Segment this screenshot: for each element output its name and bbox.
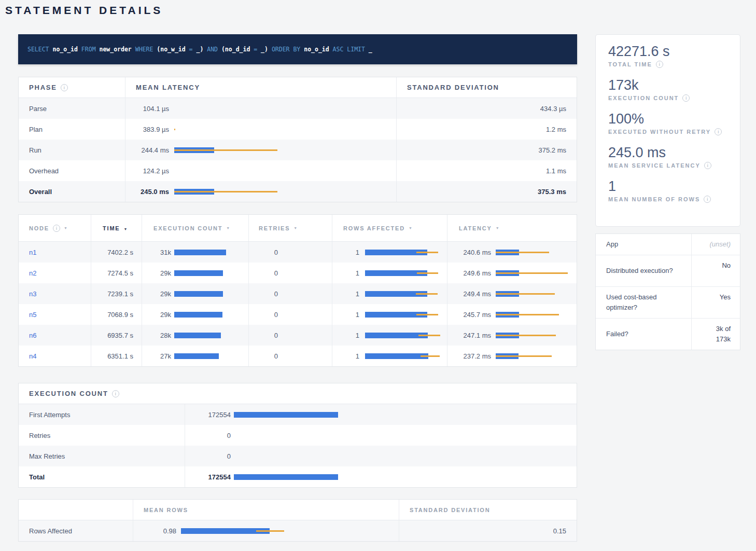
latency-bar [496, 333, 577, 338]
info-icon[interactable]: i [682, 94, 690, 102]
node-link[interactable]: n6 [19, 332, 36, 339]
attribute-row: Distributed execution? No [596, 255, 740, 286]
table-row: Run 244.4 ms 375.2 ms [19, 140, 577, 160]
sort-arrow-icon: ▼ [123, 227, 128, 231]
sql-identifier: _ [369, 46, 372, 53]
table-row: n6 6935.7 s 28k 0 1 247.1 ms [19, 325, 577, 346]
info-icon[interactable]: i [112, 390, 119, 397]
info-icon[interactable]: i [53, 225, 60, 232]
latency-header-cell[interactable]: LATENCY▼ [447, 215, 577, 241]
phase-label: Plan [19, 126, 43, 133]
stat-value: 245.0 ms [608, 144, 727, 161]
attribute-value: 3k of 173k [705, 324, 731, 344]
rows-affected-header-label: ROWS AFFECTED [332, 225, 405, 231]
std-dev-header-label: STANDARD DEVIATION [397, 84, 499, 91]
phase-label: Run [19, 146, 41, 154]
sql-identifier: no_o_id [304, 46, 332, 53]
table-row-overall: Overall 245.0 ms 375.3 ms [19, 181, 577, 202]
std-dev-header-cell: STANDARD DEVIATION [396, 77, 577, 98]
info-icon[interactable]: i [61, 84, 68, 91]
retries-value: 0 [249, 249, 278, 256]
execution-count-title: EXECUTION COUNT [19, 390, 108, 397]
latency-value: 245.7 ms [447, 311, 491, 319]
stat-label: MEAN NUMBER OF ROWS [608, 196, 700, 202]
sql-identifier: _) [196, 46, 207, 53]
stat-value: 1 [608, 178, 727, 195]
std-dev-value: 375.2 ms [539, 146, 566, 154]
sort-arrow-icon: ▼ [226, 226, 230, 230]
mean-latency-value: 383.9 µs [125, 126, 169, 133]
sql-keyword: LIMIT [347, 46, 369, 53]
sql-statement-box: SELECT no_o_id FROM new_order WHERE (no_… [18, 34, 577, 64]
sql-keyword: AND [207, 46, 221, 53]
node-link[interactable]: n3 [19, 290, 36, 298]
execution-count-value: 27k [142, 352, 171, 360]
count-bar [234, 453, 577, 459]
mean-rows-value: 0.98 [133, 527, 176, 535]
stat-execution-count: 173k EXECUTION COUNTi [608, 77, 727, 102]
attribute-label: Failed? [596, 319, 691, 350]
info-icon[interactable]: i [704, 196, 711, 203]
table-row: First Attempts 172554 [19, 404, 577, 425]
execution-count-header-cell[interactable]: EXECUTION COUNT▼ [142, 215, 248, 241]
time-value: 7239.1 s [107, 290, 133, 298]
node-link[interactable]: n4 [19, 352, 36, 360]
rows-affected-value: 1 [332, 352, 359, 360]
exec-row-value: 0 [185, 432, 231, 439]
execution-count-bar [174, 291, 248, 297]
sql-identifier: (no_w_id [157, 46, 189, 53]
stat-label: EXECUTION COUNT [608, 95, 679, 101]
rows-affected-value: 1 [332, 290, 359, 298]
table-row: n1 7402.2 s 31k 0 1 240.6 ms [19, 242, 577, 263]
time-value: 7274.5 s [107, 269, 133, 277]
execution-count-value: 29k [142, 311, 171, 319]
time-value: 7402.2 s [107, 249, 133, 256]
node-header-label: NODE [19, 225, 49, 231]
retries-value: 0 [249, 311, 278, 319]
latency-bar [496, 353, 577, 359]
execution-count-value: 28k [142, 332, 171, 339]
phase-header-label: PHASE [19, 84, 57, 91]
empty-header-cell [19, 500, 133, 520]
time-value: 6351.1 s [107, 352, 133, 360]
latency-bar [174, 106, 396, 112]
retries-value: 0 [249, 290, 278, 298]
node-link[interactable]: n1 [19, 249, 36, 256]
retries-header-cell[interactable]: RETRIES▼ [248, 215, 332, 241]
page-title: STATEMENT DETAILS [5, 4, 163, 17]
table-row: Parse 104.1 µs 434.3 µs [19, 98, 577, 119]
info-icon[interactable]: i [704, 162, 711, 169]
std-dev-value: 1.2 ms [546, 126, 566, 133]
latency-value: 240.6 ms [447, 249, 491, 256]
node-link[interactable]: n2 [19, 269, 36, 277]
time-header-cell[interactable]: TIME▼ [91, 215, 142, 241]
time-value: 7068.9 s [107, 311, 133, 319]
exec-row-label: Retries [19, 432, 50, 439]
node-link[interactable]: n5 [19, 311, 36, 319]
attribute-value: No [722, 260, 731, 271]
rows-affected-value: 1 [332, 269, 359, 277]
std-dev-value: 434.3 µs [540, 105, 566, 113]
stat-value: 100% [608, 111, 727, 127]
table-row: n2 7274.5 s 29k 0 1 249.6 ms [19, 263, 577, 283]
attribute-row: Failed? 3k of 173k [596, 318, 740, 350]
stat-mean-number-of-rows: 1 MEAN NUMBER OF ROWSi [608, 178, 727, 203]
mean-rows-bar [181, 528, 399, 534]
rows-affected-header-cell[interactable]: ROWS AFFECTED▼ [332, 215, 447, 241]
table-row: n5 7068.9 s 29k 0 1 245.7 ms [19, 304, 577, 325]
node-header-cell[interactable]: NODEi▼ [19, 215, 91, 241]
table-row: Rows Affected 0.98 0.15 [19, 520, 577, 541]
std-dev-header-cell: STANDARD DEVIATION [399, 500, 577, 520]
latency-bar [496, 312, 577, 318]
mean-latency-value: 124.2 µs [125, 167, 169, 175]
rows-affected-bar [365, 291, 447, 297]
sort-arrow-icon: ▼ [496, 226, 499, 230]
attribute-row: App (unset) [596, 234, 740, 255]
rows-affected-bar [365, 312, 447, 318]
rows-affected-bar [365, 333, 447, 338]
mean-latency-value: 104.1 µs [125, 105, 169, 113]
info-icon[interactable]: i [715, 128, 722, 135]
exec-row-value: 172554 [185, 411, 231, 419]
attribute-label: Used cost-based optimizer? [596, 287, 691, 318]
info-icon[interactable]: i [656, 61, 663, 68]
